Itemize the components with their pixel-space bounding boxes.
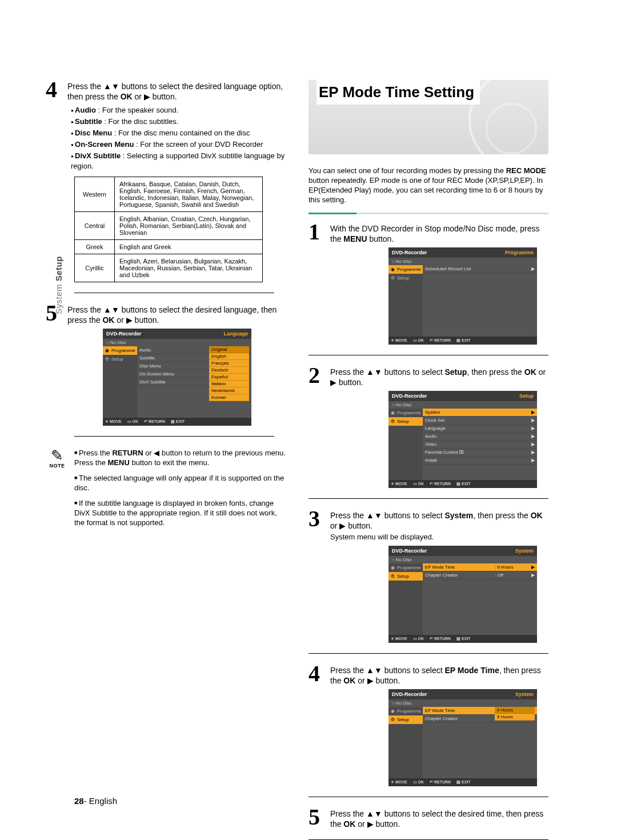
note-item: Press the RETURN or ◀ button to return t…: [74, 448, 286, 467]
step-4: 4Press the ▲▼ buttons to select EP Mode …: [308, 664, 548, 686]
bullet-item: Disc Menu : For the disc menu contained …: [71, 128, 286, 138]
step-number: 2: [308, 366, 327, 387]
side-tab-label: System Setup: [54, 256, 63, 314]
ep-mode-banner: EP Mode Time Setting: [308, 80, 548, 154]
green-separator: [308, 213, 548, 214]
step-number: 4: [46, 80, 64, 102]
table-row: GreekEnglish and Greek: [75, 240, 263, 254]
region-cell: Cyrillic: [75, 254, 115, 282]
step-text: With the DVD Recorder in Stop mode/No Di…: [330, 222, 548, 244]
step-text: Press the ▲▼ buttons to select System, t…: [330, 509, 548, 542]
region-cell: Greek: [75, 240, 115, 254]
step-5: 5 Press the ▲▼ buttons to select the des…: [46, 303, 286, 325]
note-list: Press the RETURN or ◀ button to return t…: [74, 448, 286, 533]
osd-screenshot-2: DVD-RecorderSetupNo DiscProgrammeSetupSy…: [388, 391, 537, 488]
note-item: The selected language will only appear i…: [74, 473, 286, 493]
step-4: 4 Press the ▲▼ buttons to select the des…: [46, 80, 286, 102]
right-column: EP Mode Time Setting You can select one …: [308, 80, 548, 840]
region-cell: Western: [75, 177, 115, 212]
table-row: CentralEnglish, Albanian, Croatian, Czec…: [75, 212, 263, 240]
bullet-item: Audio : For the speaker sound.: [71, 105, 286, 115]
page-number: 28: [74, 796, 84, 806]
pencil-icon: ✎: [46, 448, 69, 463]
divider: [308, 498, 548, 499]
left-column: 4 Press the ▲▼ buttons to select the des…: [46, 80, 286, 840]
step-text: Press the ▲▼ buttons to select the desir…: [330, 807, 548, 829]
note-label: NOTE: [46, 463, 69, 469]
step-3: 3Press the ▲▼ buttons to select System, …: [308, 509, 548, 542]
bullet-item: Subtitle : For the disc subtitles.: [71, 117, 286, 127]
divider: [308, 355, 548, 355]
footer-language: English: [89, 796, 117, 806]
divider: [74, 293, 274, 293]
osd-screenshot-1: DVD-RecorderProgrammeNo DiscProgrammeSet…: [388, 247, 537, 345]
option-bullets: Audio : For the speaker sound.Subtitle :…: [71, 105, 286, 171]
region-cell: Central: [75, 212, 115, 240]
osd-screenshot-4: DVD-RecorderSystemNo DiscProgrammeSetupE…: [388, 689, 537, 786]
step-1: 1With the DVD Recorder in Stop mode/No D…: [308, 222, 548, 244]
ep-intro-text: You can select one of four recording mod…: [308, 166, 548, 205]
step-number: 5: [308, 807, 327, 829]
disc-graphic: [486, 103, 537, 154]
note-icon: ✎ NOTE: [46, 448, 69, 533]
divider: [308, 797, 548, 797]
osd-language-screenshot: DVD-RecorderLanguageNo DiscProgrammeSetu…: [103, 329, 251, 426]
step-5: 5Press the ▲▼ buttons to select the desi…: [308, 807, 548, 829]
divider: [308, 653, 548, 654]
note-block: ✎ NOTE Press the RETURN or ◀ button to r…: [46, 448, 286, 533]
table-row: CyrillicEnglish, Azeri, Belarusian, Bulg…: [75, 254, 263, 282]
bullet-item: DivX Subtitle : Selecting a supported Di…: [71, 151, 286, 171]
step-number: 3: [308, 509, 327, 542]
langs-cell: English, Azeri, Belarusian, Bulgarian, K…: [115, 254, 263, 282]
tab-light: System: [54, 281, 63, 314]
langs-cell: English, Albanian, Croatian, Czech, Hung…: [115, 212, 263, 240]
langs-cell: English and Greek: [115, 240, 263, 254]
section-title: EP Mode Time Setting: [316, 80, 480, 105]
language-region-table: WesternAfrikaans, Basque, Catalan, Danis…: [74, 177, 263, 282]
note-item: If the subtitle language is displayed in…: [74, 498, 286, 527]
step-number: 4: [308, 664, 327, 686]
step-text: Press the ▲▼ buttons to select the desir…: [67, 80, 286, 102]
divider: [74, 436, 274, 437]
page-footer: 28- English: [74, 796, 117, 806]
step-text: Press the ▲▼ buttons to select EP Mode T…: [330, 664, 548, 686]
langs-cell: Afrikaans, Basque, Catalan, Danish, Dutc…: [115, 177, 263, 212]
step-2: 2Press the ▲▼ buttons to select Setup, t…: [308, 366, 548, 387]
table-row: WesternAfrikaans, Basque, Catalan, Danis…: [75, 177, 263, 212]
bullet-item: On-Screen Menu : For the screen of your …: [71, 139, 286, 150]
step-text: Press the ▲▼ buttons to select Setup, th…: [330, 366, 548, 387]
step-number: 1: [308, 222, 327, 244]
manual-page: System Setup 4 Press the ▲▼ buttons to s…: [0, 0, 617, 840]
tab-bold: Setup: [54, 256, 63, 281]
osd-screenshot-3: DVD-RecorderSystemNo DiscProgrammeSetupE…: [388, 546, 537, 643]
step-text: Press the ▲▼ buttons to select the desir…: [67, 303, 286, 325]
